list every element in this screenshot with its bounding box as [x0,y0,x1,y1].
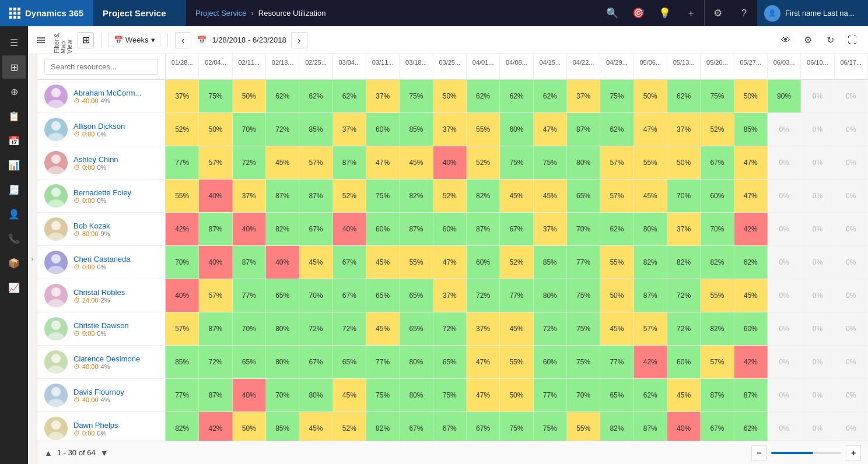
utilization-cell[interactable]: 72% [199,346,232,378]
utilization-cell[interactable]: 75% [500,412,533,441]
utilization-cell[interactable]: 57% [166,312,199,345]
utilization-cell[interactable]: 37% [433,279,467,312]
utilization-cell[interactable]: 40% [667,412,701,441]
utilization-cell[interactable]: 82% [467,180,500,212]
utilization-cell[interactable]: 50% [734,80,768,113]
utilization-cell[interactable]: 65% [400,312,433,345]
utilization-cell[interactable]: 50% [233,80,266,113]
utilization-cell[interactable]: 60% [500,113,533,146]
utilization-cell[interactable]: 87% [299,180,332,212]
utilization-cell[interactable]: 87% [567,113,600,146]
utilization-cell[interactable]: 72% [534,312,567,345]
utilization-cell[interactable]: 87% [467,213,500,245]
utilization-cell[interactable]: 0% [835,146,868,179]
utilization-cell[interactable]: 72% [433,312,467,345]
utilization-cell[interactable]: 65% [233,346,266,378]
utilization-cell[interactable]: 77% [500,279,533,312]
help-icon-btn[interactable]: ? [731,0,757,26]
utilization-cell[interactable]: 45% [366,312,400,345]
filter-map-button[interactable] [35,37,47,43]
utilization-cell[interactable]: 72% [266,113,299,146]
utilization-cell[interactable]: 65% [433,346,467,378]
utilization-cell[interactable]: 50% [600,279,634,312]
utilization-cell[interactable]: 87% [199,312,232,345]
utilization-cell[interactable]: 40% [433,146,467,179]
sidebar-projects[interactable]: 📋 [2,104,26,128]
utilization-cell[interactable]: 70% [567,379,600,412]
utilization-cell[interactable]: 52% [701,113,734,146]
utilization-cell[interactable]: 77% [166,146,199,179]
utilization-cell[interactable]: 0% [835,80,868,113]
utilization-cell[interactable]: 60% [366,213,400,245]
utilization-cell[interactable]: 45% [366,246,400,279]
utilization-cell[interactable]: 0% [768,412,801,441]
utilization-cell[interactable]: 75% [701,80,734,113]
utilization-cell[interactable]: 87% [266,180,299,212]
utilization-cell[interactable]: 62% [299,80,332,113]
utilization-cell[interactable]: 37% [433,113,467,146]
utilization-cell[interactable]: 67% [333,246,366,279]
resource-name[interactable]: Allison Dickson [74,122,125,131]
utilization-cell[interactable]: 57% [634,312,667,345]
utilization-cell[interactable]: 62% [600,113,634,146]
utilization-cell[interactable]: 67% [299,346,332,378]
sidebar-menu[interactable]: ☰ [2,31,26,54]
utilization-cell[interactable]: 52% [433,180,467,212]
utilization-cell[interactable]: 72% [233,146,266,179]
utilization-cell[interactable]: 47% [734,180,768,212]
sidebar-orders[interactable]: 📦 [2,251,26,275]
utilization-cell[interactable]: 0% [768,346,801,378]
utilization-cell[interactable]: 87% [701,379,734,412]
utilization-cell[interactable]: 0% [835,213,868,245]
utilization-cell[interactable]: 37% [534,213,567,245]
utilization-cell[interactable]: 42% [634,346,667,378]
utilization-cell[interactable]: 82% [166,412,199,441]
utilization-cell[interactable]: 87% [199,213,232,245]
utilization-cell[interactable]: 75% [567,346,600,378]
utilization-cell[interactable]: 0% [801,312,834,345]
sidebar-home[interactable]: ⊞ [2,55,26,79]
utilization-cell[interactable]: 57% [299,146,332,179]
utilization-cell[interactable]: 65% [366,279,400,312]
utilization-cell[interactable]: 70% [567,213,600,245]
utilization-cell[interactable]: 47% [366,146,400,179]
utilization-cell[interactable]: 67% [333,279,366,312]
utilization-cell[interactable]: 37% [333,113,366,146]
utilization-cell[interactable]: 62% [467,80,500,113]
utilization-cell[interactable]: 65% [400,279,433,312]
utilization-cell[interactable]: 75% [567,312,600,345]
utilization-cell[interactable]: 60% [366,113,400,146]
utilization-cell[interactable]: 0% [801,213,834,245]
resource-name[interactable]: Cheri Castaneda [74,255,131,263]
utilization-cell[interactable]: 50% [500,379,533,412]
utilization-cell[interactable]: 87% [233,246,266,279]
utilization-cell[interactable]: 0% [835,346,868,378]
utilization-cell[interactable]: 87% [634,412,667,441]
sidebar-reports[interactable]: 📊 [2,153,26,177]
utilization-cell[interactable]: 67% [467,412,500,441]
utilization-cell[interactable]: 62% [734,412,768,441]
utilization-cell[interactable]: 72% [667,279,701,312]
utilization-cell[interactable]: 77% [166,379,199,412]
utilization-cell[interactable]: 77% [233,279,266,312]
utilization-cell[interactable]: 0% [835,312,868,345]
utilization-cell[interactable]: 65% [266,279,299,312]
page-next-btn[interactable]: ▼ [100,448,108,458]
utilization-cell[interactable]: 62% [634,379,667,412]
utilization-cell[interactable]: 62% [333,80,366,113]
utilization-cell[interactable]: 75% [567,279,600,312]
utilization-cell[interactable]: 47% [467,379,500,412]
utilization-cell[interactable]: 75% [534,146,567,179]
resource-name[interactable]: Abraham McCorm... [74,89,141,97]
utilization-cell[interactable]: 40% [233,379,266,412]
utilization-cell[interactable]: 37% [667,113,701,146]
utilization-cell[interactable]: 37% [567,80,600,113]
resource-name[interactable]: Ashley Chinn [74,155,118,164]
utilization-cell[interactable]: 67% [701,146,734,179]
utilization-cell[interactable]: 55% [600,246,634,279]
utilization-cell[interactable]: 0% [835,379,868,412]
utilization-cell[interactable]: 62% [734,246,768,279]
expand-btn[interactable]: ⊞ [78,32,94,48]
utilization-cell[interactable]: 55% [400,246,433,279]
utilization-cell[interactable]: 67% [500,213,533,245]
